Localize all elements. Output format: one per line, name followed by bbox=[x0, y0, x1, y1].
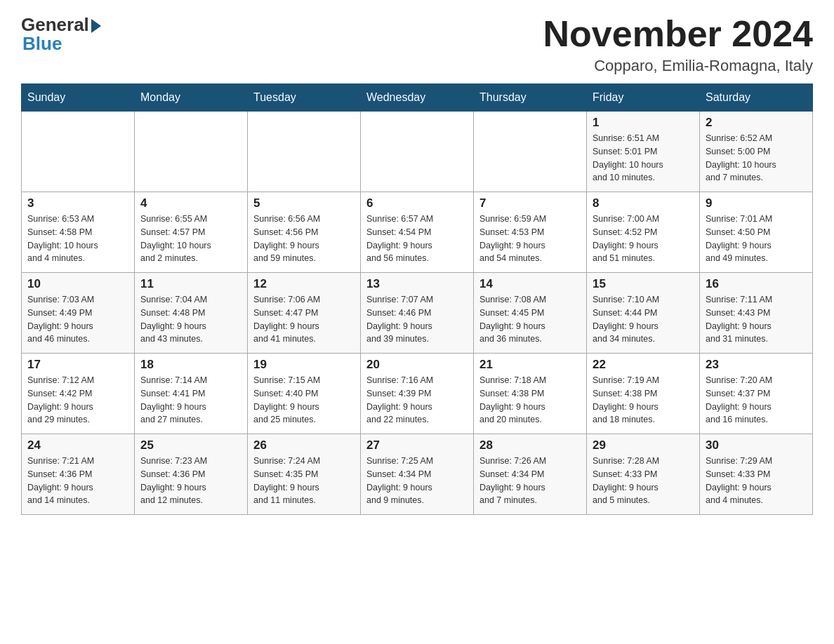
day-number: 10 bbox=[27, 277, 128, 291]
weekday-header-sunday: Sunday bbox=[22, 84, 135, 112]
calendar-cell: 1Sunrise: 6:51 AMSunset: 5:01 PMDaylight… bbox=[587, 112, 700, 192]
day-info: Sunrise: 7:07 AMSunset: 4:46 PMDaylight:… bbox=[366, 293, 468, 346]
day-number: 22 bbox=[593, 358, 694, 372]
day-info: Sunrise: 7:01 AMSunset: 4:50 PMDaylight:… bbox=[706, 213, 807, 265]
calendar-table: SundayMondayTuesdayWednesdayThursdayFrid… bbox=[21, 83, 813, 515]
calendar-cell: 21Sunrise: 7:18 AMSunset: 4:38 PMDayligh… bbox=[474, 354, 587, 434]
weekday-header-thursday: Thursday bbox=[474, 84, 587, 112]
day-number: 20 bbox=[366, 358, 468, 372]
day-info: Sunrise: 6:55 AMSunset: 4:57 PMDaylight:… bbox=[140, 213, 241, 265]
day-number: 5 bbox=[253, 196, 355, 210]
calendar-cell: 28Sunrise: 7:26 AMSunset: 4:34 PMDayligh… bbox=[474, 434, 587, 515]
day-info: Sunrise: 7:11 AMSunset: 4:43 PMDaylight:… bbox=[706, 293, 807, 346]
month-title: November 2024 bbox=[543, 14, 813, 54]
day-number: 9 bbox=[706, 196, 807, 210]
day-info: Sunrise: 6:59 AMSunset: 4:53 PMDaylight:… bbox=[479, 213, 581, 265]
day-info: Sunrise: 7:23 AMSunset: 4:36 PMDaylight:… bbox=[140, 455, 241, 507]
day-number: 16 bbox=[706, 277, 807, 291]
calendar-cell bbox=[22, 112, 135, 192]
day-info: Sunrise: 7:12 AMSunset: 4:42 PMDaylight:… bbox=[27, 374, 128, 427]
calendar-week-row: 10Sunrise: 7:03 AMSunset: 4:49 PMDayligh… bbox=[22, 273, 813, 354]
calendar-cell: 2Sunrise: 6:52 AMSunset: 5:00 PMDaylight… bbox=[700, 112, 813, 192]
calendar-cell: 19Sunrise: 7:15 AMSunset: 4:40 PMDayligh… bbox=[248, 354, 361, 434]
day-info: Sunrise: 7:14 AMSunset: 4:41 PMDaylight:… bbox=[140, 374, 241, 427]
logo-blue-text: Blue bbox=[21, 33, 62, 55]
calendar-cell: 9Sunrise: 7:01 AMSunset: 4:50 PMDaylight… bbox=[700, 192, 813, 273]
day-info: Sunrise: 6:53 AMSunset: 4:58 PMDaylight:… bbox=[27, 213, 128, 265]
day-number: 30 bbox=[706, 438, 807, 452]
weekday-header-wednesday: Wednesday bbox=[361, 84, 474, 112]
calendar-cell: 12Sunrise: 7:06 AMSunset: 4:47 PMDayligh… bbox=[248, 273, 361, 354]
day-number: 8 bbox=[593, 196, 694, 210]
day-number: 24 bbox=[27, 438, 128, 452]
calendar-cell: 5Sunrise: 6:56 AMSunset: 4:56 PMDaylight… bbox=[248, 192, 361, 273]
day-info: Sunrise: 7:20 AMSunset: 4:37 PMDaylight:… bbox=[706, 374, 807, 427]
location-text: Copparo, Emilia-Romagna, Italy bbox=[543, 57, 813, 75]
calendar-cell: 15Sunrise: 7:10 AMSunset: 4:44 PMDayligh… bbox=[587, 273, 700, 354]
calendar-cell: 7Sunrise: 6:59 AMSunset: 4:53 PMDaylight… bbox=[474, 192, 587, 273]
calendar-cell: 16Sunrise: 7:11 AMSunset: 4:43 PMDayligh… bbox=[700, 273, 813, 354]
title-section: November 2024 Copparo, Emilia-Romagna, I… bbox=[543, 14, 813, 75]
day-number: 1 bbox=[593, 116, 694, 130]
calendar-cell: 6Sunrise: 6:57 AMSunset: 4:54 PMDaylight… bbox=[361, 192, 474, 273]
day-number: 15 bbox=[593, 277, 694, 291]
calendar-week-row: 3Sunrise: 6:53 AMSunset: 4:58 PMDaylight… bbox=[22, 192, 813, 273]
day-info: Sunrise: 7:21 AMSunset: 4:36 PMDaylight:… bbox=[27, 455, 128, 507]
day-info: Sunrise: 7:06 AMSunset: 4:47 PMDaylight:… bbox=[253, 293, 355, 346]
day-number: 6 bbox=[366, 196, 468, 210]
calendar-cell: 17Sunrise: 7:12 AMSunset: 4:42 PMDayligh… bbox=[22, 354, 135, 434]
calendar-cell: 30Sunrise: 7:29 AMSunset: 4:33 PMDayligh… bbox=[700, 434, 813, 515]
calendar-cell: 10Sunrise: 7:03 AMSunset: 4:49 PMDayligh… bbox=[22, 273, 135, 354]
weekday-header-saturday: Saturday bbox=[700, 84, 813, 112]
day-number: 13 bbox=[366, 277, 468, 291]
calendar-cell: 29Sunrise: 7:28 AMSunset: 4:33 PMDayligh… bbox=[587, 434, 700, 515]
day-number: 7 bbox=[479, 196, 581, 210]
day-number: 4 bbox=[140, 196, 241, 210]
day-info: Sunrise: 7:00 AMSunset: 4:52 PMDaylight:… bbox=[593, 213, 694, 265]
day-info: Sunrise: 7:18 AMSunset: 4:38 PMDaylight:… bbox=[479, 374, 581, 427]
weekday-header-tuesday: Tuesday bbox=[248, 84, 361, 112]
day-number: 3 bbox=[27, 196, 128, 210]
calendar-cell: 8Sunrise: 7:00 AMSunset: 4:52 PMDaylight… bbox=[587, 192, 700, 273]
weekday-header-row: SundayMondayTuesdayWednesdayThursdayFrid… bbox=[22, 84, 813, 112]
day-number: 19 bbox=[253, 358, 355, 372]
logo: General Blue bbox=[21, 14, 101, 55]
day-number: 17 bbox=[27, 358, 128, 372]
day-number: 26 bbox=[253, 438, 355, 452]
day-info: Sunrise: 7:29 AMSunset: 4:33 PMDaylight:… bbox=[706, 455, 807, 507]
calendar-cell: 4Sunrise: 6:55 AMSunset: 4:57 PMDaylight… bbox=[135, 192, 248, 273]
calendar-cell: 26Sunrise: 7:24 AMSunset: 4:35 PMDayligh… bbox=[248, 434, 361, 515]
day-number: 21 bbox=[479, 358, 581, 372]
calendar-cell: 18Sunrise: 7:14 AMSunset: 4:41 PMDayligh… bbox=[135, 354, 248, 434]
calendar-cell: 22Sunrise: 7:19 AMSunset: 4:38 PMDayligh… bbox=[587, 354, 700, 434]
calendar-cell bbox=[474, 112, 587, 192]
day-info: Sunrise: 7:08 AMSunset: 4:45 PMDaylight:… bbox=[479, 293, 581, 346]
day-info: Sunrise: 7:28 AMSunset: 4:33 PMDaylight:… bbox=[593, 455, 694, 507]
day-info: Sunrise: 7:15 AMSunset: 4:40 PMDaylight:… bbox=[253, 374, 355, 427]
day-info: Sunrise: 6:57 AMSunset: 4:54 PMDaylight:… bbox=[366, 213, 468, 265]
day-number: 12 bbox=[253, 277, 355, 291]
day-info: Sunrise: 7:10 AMSunset: 4:44 PMDaylight:… bbox=[593, 293, 694, 346]
day-info: Sunrise: 7:03 AMSunset: 4:49 PMDaylight:… bbox=[27, 293, 128, 346]
day-number: 14 bbox=[479, 277, 581, 291]
calendar-cell bbox=[135, 112, 248, 192]
day-number: 2 bbox=[706, 116, 807, 130]
calendar-cell: 27Sunrise: 7:25 AMSunset: 4:34 PMDayligh… bbox=[361, 434, 474, 515]
calendar-cell bbox=[248, 112, 361, 192]
calendar-cell bbox=[361, 112, 474, 192]
day-info: Sunrise: 6:51 AMSunset: 5:01 PMDaylight:… bbox=[593, 132, 694, 185]
logo-arrow-icon bbox=[91, 19, 101, 33]
weekday-header-monday: Monday bbox=[135, 84, 248, 112]
calendar-cell: 11Sunrise: 7:04 AMSunset: 4:48 PMDayligh… bbox=[135, 273, 248, 354]
day-number: 11 bbox=[140, 277, 241, 291]
day-info: Sunrise: 7:25 AMSunset: 4:34 PMDaylight:… bbox=[366, 455, 468, 507]
day-info: Sunrise: 7:19 AMSunset: 4:38 PMDaylight:… bbox=[593, 374, 694, 427]
calendar-cell: 24Sunrise: 7:21 AMSunset: 4:36 PMDayligh… bbox=[22, 434, 135, 515]
calendar-week-row: 1Sunrise: 6:51 AMSunset: 5:01 PMDaylight… bbox=[22, 112, 813, 192]
day-info: Sunrise: 7:26 AMSunset: 4:34 PMDaylight:… bbox=[479, 455, 581, 507]
calendar-cell: 20Sunrise: 7:16 AMSunset: 4:39 PMDayligh… bbox=[361, 354, 474, 434]
day-info: Sunrise: 7:16 AMSunset: 4:39 PMDaylight:… bbox=[366, 374, 468, 427]
page-header: General Blue November 2024 Copparo, Emil… bbox=[21, 14, 813, 75]
day-info: Sunrise: 7:04 AMSunset: 4:48 PMDaylight:… bbox=[140, 293, 241, 346]
calendar-week-row: 24Sunrise: 7:21 AMSunset: 4:36 PMDayligh… bbox=[22, 434, 813, 515]
